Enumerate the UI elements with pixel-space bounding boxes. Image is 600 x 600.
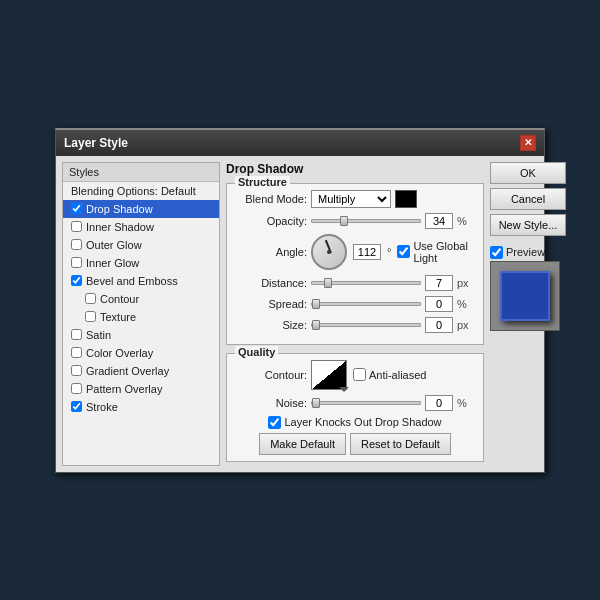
spread-label: Spread: xyxy=(235,298,307,310)
noise-value[interactable] xyxy=(425,395,453,411)
blend-mode-select[interactable]: Multiply Normal Screen xyxy=(311,190,391,208)
sidebar-item-drop-shadow[interactable]: Drop Shadow xyxy=(63,200,219,218)
noise-thumb[interactable] xyxy=(312,398,320,408)
gradient-overlay-checkbox[interactable] xyxy=(71,365,82,376)
reset-default-button[interactable]: Reset to Default xyxy=(350,433,451,455)
size-value[interactable] xyxy=(425,317,453,333)
anti-aliased-label[interactable]: Anti-aliased xyxy=(353,368,426,381)
degree-symbol: ° xyxy=(387,246,391,258)
distance-slider[interactable] xyxy=(311,281,421,285)
outer-glow-label: Outer Glow xyxy=(86,239,142,251)
sidebar-item-texture[interactable]: Texture xyxy=(63,308,219,326)
knocks-out-label[interactable]: Layer Knocks Out Drop Shadow xyxy=(268,416,441,429)
color-overlay-checkbox[interactable] xyxy=(71,347,82,358)
sidebar-item-inner-shadow[interactable]: Inner Shadow xyxy=(63,218,219,236)
stroke-checkbox[interactable] xyxy=(71,401,82,412)
angle-label: Angle: xyxy=(235,246,307,258)
drop-shadow-label: Drop Shadow xyxy=(86,203,153,215)
preview-section: Preview xyxy=(490,246,570,331)
stroke-label: Stroke xyxy=(86,401,118,413)
opacity-thumb[interactable] xyxy=(340,216,348,226)
make-default-button[interactable]: Make Default xyxy=(259,433,346,455)
drop-shadow-checkbox[interactable] xyxy=(71,203,82,214)
middle-panel: Drop Shadow Structure Blend Mode: Multip… xyxy=(226,162,484,466)
opacity-value[interactable] xyxy=(425,213,453,229)
gradient-overlay-label: Gradient Overlay xyxy=(86,365,169,377)
blend-mode-row: Blend Mode: Multiply Normal Screen xyxy=(235,190,475,208)
sidebar-item-inner-glow[interactable]: Inner Glow xyxy=(63,254,219,272)
dialog-title: Layer Style xyxy=(64,136,128,150)
inner-shadow-checkbox[interactable] xyxy=(71,221,82,232)
distance-value[interactable] xyxy=(425,275,453,291)
preview-canvas xyxy=(490,261,560,331)
global-light-checkbox[interactable] xyxy=(397,245,410,258)
size-label: Size: xyxy=(235,319,307,331)
angle-container: ° Use Global Light xyxy=(311,234,475,270)
blending-label: Blending Options: Default xyxy=(71,185,196,197)
title-bar: Layer Style ✕ xyxy=(56,130,544,156)
sidebar-item-gradient-overlay[interactable]: Gradient Overlay xyxy=(63,362,219,380)
styles-header: Styles xyxy=(63,163,219,182)
pattern-overlay-label: Pattern Overlay xyxy=(86,383,162,395)
contour-row: Contour: Anti-aliased xyxy=(235,360,475,390)
dialog-body: Styles Blending Options: Default Drop Sh… xyxy=(56,156,544,472)
distance-label: Distance: xyxy=(235,277,307,289)
knocks-out-checkbox[interactable] xyxy=(268,416,281,429)
pattern-overlay-checkbox[interactable] xyxy=(71,383,82,394)
satin-checkbox[interactable] xyxy=(71,329,82,340)
contour-checkbox[interactable] xyxy=(85,293,96,304)
sidebar-item-stroke[interactable]: Stroke xyxy=(63,398,219,416)
spread-value[interactable] xyxy=(425,296,453,312)
ok-button[interactable]: OK xyxy=(490,162,566,184)
spread-unit: % xyxy=(457,298,475,310)
sidebar-item-pattern-overlay[interactable]: Pattern Overlay xyxy=(63,380,219,398)
sidebar-item-satin[interactable]: Satin xyxy=(63,326,219,344)
right-panel: OK Cancel New Style... Preview xyxy=(490,162,570,466)
shadow-color-swatch[interactable] xyxy=(395,190,417,208)
bottom-buttons: Make Default Reset to Default xyxy=(235,433,475,455)
close-button[interactable]: ✕ xyxy=(520,135,536,151)
size-thumb[interactable] xyxy=(312,320,320,330)
layer-style-dialog: Layer Style ✕ Styles Blending Options: D… xyxy=(55,128,545,473)
structure-group: Structure Blend Mode: Multiply Normal Sc… xyxy=(226,183,484,345)
cancel-button[interactable]: Cancel xyxy=(490,188,566,210)
sidebar-item-bevel-emboss[interactable]: Bevel and Emboss xyxy=(63,272,219,290)
new-style-button[interactable]: New Style... xyxy=(490,214,566,236)
sidebar-item-outer-glow[interactable]: Outer Glow xyxy=(63,236,219,254)
bevel-emboss-checkbox[interactable] xyxy=(71,275,82,286)
sidebar-item-color-overlay[interactable]: Color Overlay xyxy=(63,344,219,362)
noise-unit: % xyxy=(457,397,475,409)
structure-label: Structure xyxy=(235,176,290,188)
quality-group: Quality Contour: Anti-aliased xyxy=(226,353,484,462)
dial-center xyxy=(327,250,331,254)
global-light-label[interactable]: Use Global Light xyxy=(397,240,475,264)
sidebar-item-contour[interactable]: Contour xyxy=(63,290,219,308)
spread-thumb[interactable] xyxy=(312,299,320,309)
inner-glow-label: Inner Glow xyxy=(86,257,139,269)
distance-unit: px xyxy=(457,277,475,289)
noise-slider[interactable] xyxy=(311,401,421,405)
quality-label: Quality xyxy=(235,346,278,358)
preview-checkbox[interactable] xyxy=(490,246,503,259)
satin-label: Satin xyxy=(86,329,111,341)
inner-glow-checkbox[interactable] xyxy=(71,257,82,268)
anti-aliased-checkbox[interactable] xyxy=(353,368,366,381)
contour-picker[interactable] xyxy=(311,360,347,390)
size-slider[interactable] xyxy=(311,323,421,327)
size-row: Size: px xyxy=(235,317,475,333)
texture-label: Texture xyxy=(100,311,136,323)
spread-slider[interactable] xyxy=(311,302,421,306)
inner-shadow-label: Inner Shadow xyxy=(86,221,154,233)
angle-dial[interactable] xyxy=(311,234,347,270)
angle-value[interactable] xyxy=(353,244,381,260)
preview-label: Preview xyxy=(490,246,570,259)
opacity-slider[interactable] xyxy=(311,219,421,223)
texture-checkbox[interactable] xyxy=(85,311,96,322)
preview-inner xyxy=(500,271,550,321)
distance-thumb[interactable] xyxy=(324,278,332,288)
outer-glow-checkbox[interactable] xyxy=(71,239,82,250)
left-panel: Styles Blending Options: Default Drop Sh… xyxy=(62,162,220,466)
sidebar-item-blending[interactable]: Blending Options: Default xyxy=(63,182,219,200)
noise-label: Noise: xyxy=(235,397,307,409)
noise-row: Noise: % xyxy=(235,395,475,411)
